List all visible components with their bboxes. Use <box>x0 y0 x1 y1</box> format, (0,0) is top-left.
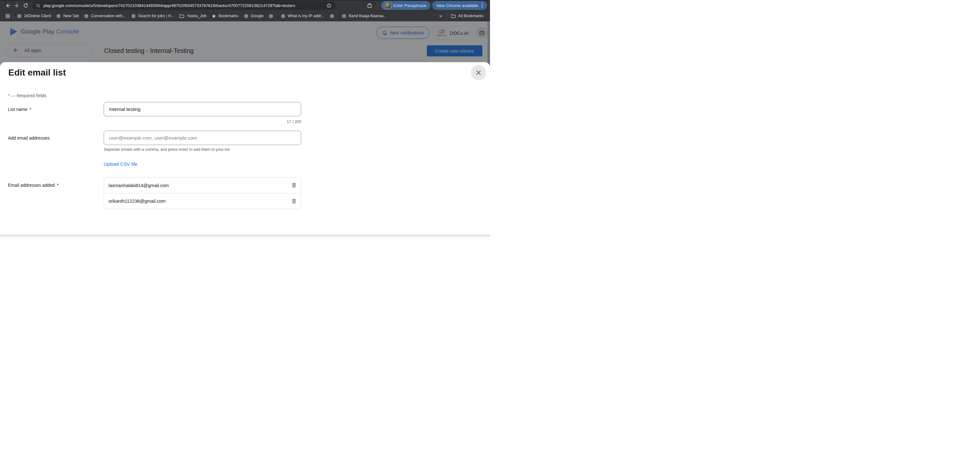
bookmark-item[interactable]: Band Baaja Baaraa... <box>339 13 389 20</box>
bookmark-item[interactable] <box>327 13 339 20</box>
globe-favicon-icon <box>56 14 61 19</box>
toolbar-separator <box>377 3 378 8</box>
globe-favicon-icon <box>244 14 248 19</box>
bookmark-item[interactable]: 24Online Client <box>14 13 54 20</box>
bookmark-label: Bookmarks <box>218 14 239 18</box>
upload-csv-link[interactable]: Upload CSV file <box>104 161 137 167</box>
browser-menu-icon[interactable] <box>482 3 483 8</box>
globe-favicon-icon <box>342 14 347 19</box>
toolbar-right-group: Enter Passphrase New Chrome available <box>365 1 487 10</box>
address-bar[interactable]: play.google.com/console/u/0/developers/7… <box>32 1 336 10</box>
bookmark-item[interactable]: Search for jobs | H... <box>129 13 177 20</box>
required-fields-note: * — Required fields <box>8 93 46 98</box>
bookmark-label: Yasha_Job <box>187 14 207 18</box>
folder-icon <box>179 14 185 18</box>
globe-favicon-icon <box>269 14 274 19</box>
back-icon[interactable] <box>3 1 12 10</box>
add-emails-label: Add email addresses <box>8 135 50 141</box>
list-name-label-text: List name <box>8 107 27 112</box>
globe-favicon-icon <box>329 14 334 19</box>
bookmark-item[interactable]: Conversation with... <box>81 13 129 20</box>
close-icon <box>475 69 482 76</box>
emails-added-label-text: Email addresses added <box>8 183 54 188</box>
list-name-input[interactable] <box>104 102 301 116</box>
add-emails-input[interactable] <box>104 131 301 145</box>
new-chrome-label: New Chrome available <box>436 3 478 8</box>
email-address: srikanth112236@gmail.com <box>108 198 165 204</box>
bookmarks-overflow-icon[interactable]: » <box>436 13 445 19</box>
globe-favicon-icon <box>17 14 22 19</box>
globe-favicon-icon <box>131 14 136 19</box>
edit-email-list-modal: Edit email list * — Required fields List… <box>0 62 490 236</box>
email-address: laxmanhalaki814@gmail.com <box>108 183 169 188</box>
forward-icon[interactable] <box>12 1 21 10</box>
bookmark-item[interactable] <box>266 13 278 20</box>
screen: play.google.com/console/u/0/developers/7… <box>0 0 490 236</box>
trash-icon <box>291 183 296 188</box>
apps-grid-icon[interactable] <box>4 12 11 20</box>
enter-passphrase-button[interactable]: Enter Passphrase <box>381 1 430 10</box>
enter-passphrase-label: Enter Passphrase <box>393 3 426 8</box>
bookmark-label: Google <box>251 14 264 18</box>
bookmark-star-icon[interactable] <box>326 3 332 8</box>
all-bookmarks-folder-icon <box>451 14 456 18</box>
delete-email-button[interactable] <box>291 198 296 204</box>
all-bookmarks-button[interactable]: All Bookmarks <box>448 13 486 19</box>
list-name-required-mark: * <box>30 107 31 112</box>
bookmark-label: New Tab <box>63 14 78 18</box>
browser-toolbar: play.google.com/console/u/0/developers/7… <box>0 0 490 10</box>
all-bookmarks-label: All Bookmarks <box>458 14 484 18</box>
modal-title: Edit email list <box>8 68 66 78</box>
email-row: laxmanhalaki814@gmail.com <box>104 178 301 193</box>
bookmarks-separator-right <box>447 13 447 19</box>
bookmark-item[interactable]: New Tab <box>54 13 81 20</box>
bookmark-label: 24Online Client <box>24 14 51 18</box>
trash-icon <box>291 198 296 204</box>
bookmark-label: What is my IP addr... <box>288 14 325 18</box>
emails-added-list: laxmanhalaki814@gmail.com srikanth112236… <box>104 177 301 209</box>
bookmarks-bar: 24Online Client New Tab <box>0 10 490 21</box>
bookmark-item[interactable]: Yasha_Job <box>177 13 209 19</box>
profile-avatar <box>385 3 391 8</box>
bookmark-item[interactable]: Google <box>241 13 266 20</box>
bookmark-list: 24Online Client New Tab <box>14 13 389 20</box>
bookmark-item[interactable]: Bookmarks <box>209 13 241 20</box>
email-row: srikanth112236@gmail.com <box>104 193 301 209</box>
site-controls-icon[interactable] <box>36 3 40 8</box>
url-text: play.google.com/console/u/0/developers/7… <box>43 3 295 8</box>
extensions-icon[interactable] <box>365 1 374 10</box>
emails-added-required-mark: * <box>57 183 58 188</box>
bookmark-label: Band Baaja Baaraa... <box>349 14 387 18</box>
bookmark-label: Search for jobs | H... <box>138 14 175 18</box>
close-button[interactable] <box>471 65 486 80</box>
bottom-scroll-strip[interactable] <box>0 234 490 236</box>
bookmark-label: Conversation with... <box>91 14 126 18</box>
list-name-label: List name* <box>8 107 31 112</box>
globe-favicon-icon <box>281 14 285 19</box>
delete-email-button[interactable] <box>291 183 296 188</box>
emails-added-label: Email addresses added* <box>8 183 59 188</box>
new-chrome-available-button[interactable]: New Chrome available <box>432 1 487 10</box>
list-name-char-counter: 17 / 200 <box>104 119 301 124</box>
star-favicon-icon <box>212 14 216 19</box>
reload-icon[interactable] <box>21 1 30 10</box>
add-emails-helper: Separate emails with a comma, and press … <box>104 147 230 152</box>
globe-favicon-icon <box>84 14 89 19</box>
bookmark-item[interactable]: What is my IP addr... <box>278 13 327 20</box>
